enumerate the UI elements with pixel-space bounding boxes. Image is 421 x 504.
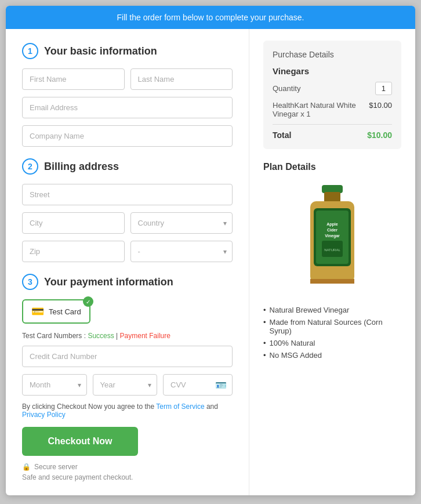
quantity-label: Quantity — [273, 84, 300, 93]
test-card-notice: Test Card Numbers : Success | Payment Fa… — [22, 332, 233, 340]
secure-note: Safe and secure payment checkout. — [22, 473, 233, 481]
feature-item: Natural Brewed Vinegar — [263, 306, 401, 314]
name-row — [22, 68, 233, 90]
company-field — [22, 125, 233, 147]
product-name: Vinegars — [273, 66, 392, 76]
test-notice-text: Test Card Numbers : — [22, 332, 86, 340]
page-wrapper: Fill the order form below to complete yo… — [6, 6, 415, 495]
svg-text:NATURAL: NATURAL — [324, 248, 340, 252]
first-name-field — [22, 68, 125, 90]
email-input[interactable] — [22, 97, 233, 118]
feature-item: No MSG Added — [263, 351, 401, 360]
failure-link[interactable]: Payment Failure — [120, 332, 170, 340]
purchase-details-box: Purchase Details Vinegars Quantity 1 Hea… — [263, 41, 401, 149]
credit-card-input[interactable] — [22, 346, 233, 367]
street-field — [22, 184, 233, 205]
credit-card-row — [22, 346, 233, 367]
city-field — [22, 212, 125, 234]
product-image-area: Apple Cider Vinegar NATURAL — [263, 180, 401, 296]
section3-title: Your payment information — [44, 276, 173, 288]
feature-item: Made from Natural Sources (Corn Syrup) — [263, 318, 401, 335]
year-select[interactable]: Year 202420252026 202720282029 2030 — [93, 374, 158, 396]
separator: | — [116, 332, 118, 340]
checkout-button[interactable]: Checkout Now — [22, 427, 138, 456]
plan-details-title: Plan Details — [263, 162, 401, 172]
city-input[interactable] — [22, 212, 125, 234]
right-panel: Purchase Details Vinegars Quantity 1 Hea… — [249, 29, 415, 495]
state-select[interactable]: - CA NY TX — [130, 241, 233, 262]
product-image: Apple Cider Vinegar NATURAL — [297, 180, 367, 296]
svg-text:Apple: Apple — [326, 222, 338, 227]
zip-state-row: - CA NY TX — [22, 241, 233, 262]
terms-connector: and — [206, 403, 218, 411]
svg-rect-0 — [322, 185, 343, 193]
country-select-wrapper: Country United States United Kingdom Ind… — [130, 212, 233, 234]
section3-number: 3 — [22, 274, 38, 290]
terms-prefix: By clicking Checkout Now you agree to th… — [22, 403, 156, 411]
total-label: Total — [273, 130, 291, 140]
feature-item: 100% Natural — [263, 339, 401, 347]
credit-card-icon: 💳 — [31, 305, 44, 318]
quantity-value: 1 — [375, 82, 392, 95]
month-select[interactable]: Month 010203 040506 070809 101112 — [22, 374, 87, 396]
total-row: Total $10.00 — [273, 124, 392, 140]
top-banner: Fill the order form below to complete yo… — [6, 6, 415, 29]
country-select[interactable]: Country United States United Kingdom Ind… — [130, 212, 233, 234]
secure-label: Secure server — [34, 463, 78, 471]
zip-field — [22, 241, 125, 262]
section1-header: 1 Your basic information — [22, 43, 233, 59]
section2-number: 2 — [22, 158, 38, 175]
terms-text: By clicking Checkout Now you agree to th… — [22, 403, 233, 419]
cvv-card-icon: 🪪 — [215, 379, 227, 390]
section1-title: Your basic information — [44, 45, 157, 57]
item-price: $10.00 — [369, 101, 392, 118]
cvv-field: 🪪 — [163, 374, 233, 396]
section2-header: 2 Billing address — [22, 158, 233, 175]
card-option-label: Test Card — [49, 307, 81, 316]
state-select-wrapper: - CA NY TX — [130, 241, 233, 262]
street-input[interactable] — [22, 184, 233, 205]
secure-row: 🔒 Secure server — [22, 463, 233, 471]
email-field — [22, 97, 233, 118]
success-link[interactable]: Success — [88, 332, 114, 340]
last-name-field — [130, 68, 233, 90]
zip-input[interactable] — [22, 241, 125, 262]
svg-rect-10 — [310, 279, 354, 284]
section1-number: 1 — [22, 43, 38, 59]
svg-text:Vinegar: Vinegar — [325, 234, 340, 238]
first-name-input[interactable] — [22, 68, 125, 90]
selected-check-badge: ✓ — [83, 296, 93, 307]
section3-header: 3 Your payment information — [22, 274, 233, 290]
banner-text: Fill the order form below to complete yo… — [117, 13, 304, 22]
month-year-cvv-row: Month 010203 040506 070809 101112 Year 2… — [22, 374, 233, 396]
company-input[interactable] — [22, 125, 233, 147]
year-select-wrapper: Year 202420252026 202720282029 2030 — [93, 374, 158, 396]
purchase-details-title: Purchase Details — [273, 50, 392, 59]
test-card-option[interactable]: 💳 Test Card ✓ — [22, 299, 90, 324]
email-row — [22, 97, 233, 118]
last-name-input[interactable] — [130, 68, 233, 90]
item-row: HealthKart Natural White Vinegar x 1 $10… — [273, 101, 392, 118]
section2-title: Billing address — [44, 161, 119, 173]
item-name: HealthKart Natural White Vinegar x 1 — [273, 101, 369, 118]
tos-link[interactable]: Term of Service — [156, 403, 204, 411]
privacy-link[interactable]: Privacy Policy — [22, 411, 66, 419]
svg-text:Cider: Cider — [327, 228, 337, 232]
plan-details-section: Plan Details A — [263, 162, 401, 360]
company-row — [22, 125, 233, 147]
total-amount: $10.00 — [367, 130, 392, 140]
city-country-row: Country United States United Kingdom Ind… — [22, 212, 233, 234]
plan-features: Natural Brewed VinegarMade from Natural … — [263, 306, 401, 360]
left-panel: 1 Your basic information — [6, 29, 249, 495]
street-row — [22, 184, 233, 205]
quantity-row: Quantity 1 — [273, 82, 392, 95]
content-area: 1 Your basic information — [6, 29, 415, 495]
credit-card-field — [22, 346, 233, 367]
svg-rect-1 — [324, 192, 340, 202]
month-select-wrapper: Month 010203 040506 070809 101112 — [22, 374, 87, 396]
lock-icon: 🔒 — [22, 463, 31, 471]
